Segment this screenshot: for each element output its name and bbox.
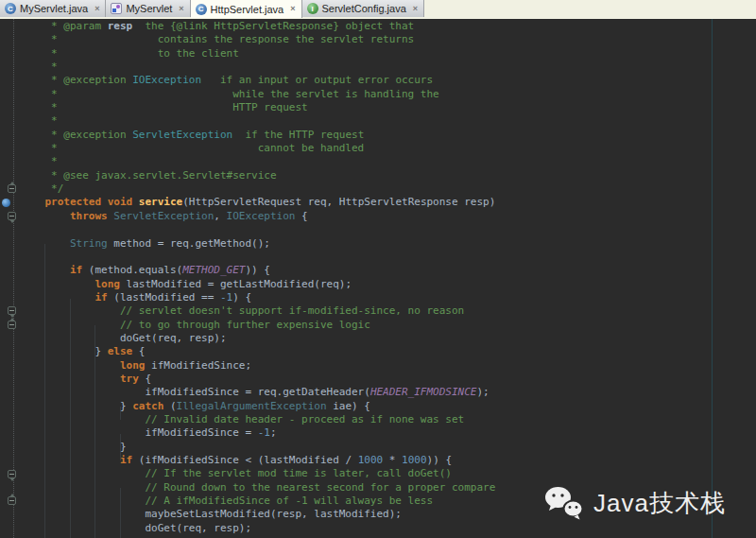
interface-icon: I [307, 3, 318, 14]
code-line: String method = req.getMethod(); [20, 237, 495, 251]
code-editor[interactable]: * @param resp the {@link HttpServletResp… [0, 19, 756, 538]
watermark-text: Java技术栈 [593, 487, 726, 520]
watermark: Java技术栈 [544, 486, 726, 520]
code-line: // If the servlet mod time is later, cal… [20, 467, 495, 480]
code-line: * @param resp the {@link HttpServletResp… [20, 20, 495, 33]
code-line: long lastModified = getLastModified(req)… [20, 278, 495, 291]
tab-httpservlet-java[interactable]: CHttpServlet.java× [191, 0, 302, 18]
code-line: * to the client [20, 47, 495, 61]
tab-close-icon[interactable]: × [413, 5, 418, 13]
code-line: protected void service(HttpServletReques… [20, 196, 495, 209]
code-line: * @exception IOException if an input or … [20, 74, 495, 87]
code-line: */ [20, 182, 495, 196]
code-line: long ifModifiedSince; [20, 359, 495, 373]
class-icon: C [196, 4, 207, 15]
tab-close-icon[interactable]: × [94, 5, 99, 13]
override-indicator-icon[interactable] [2, 199, 10, 207]
tab-label: ServletConfig.java [322, 3, 406, 14]
code-line: * [20, 114, 495, 128]
fold-up-icon[interactable] [8, 321, 16, 329]
code-area[interactable]: * @param resp the {@link HttpServletResp… [0, 19, 495, 535]
code-line: * @exception ServletException if the HTT… [20, 129, 495, 142]
code-line: * cannot be handled [20, 142, 495, 155]
code-line [20, 223, 495, 236]
fold-down-icon[interactable] [8, 470, 16, 478]
code-line: * HTTP request [20, 101, 495, 114]
code-line: } catch (IllegalArgumentException iae) { [20, 400, 495, 413]
code-line: * while the servlet is handling the [20, 88, 495, 101]
code-line: doGet(req, resp); [20, 522, 495, 535]
code-line: try { [20, 373, 495, 386]
code-line: * [20, 155, 495, 168]
code-line: * [20, 61, 495, 74]
code-line: * contains the response the servlet retu… [20, 33, 495, 46]
code-line: } else { [20, 345, 495, 358]
code-line: maybeSetLastModified(resp, lastModified)… [20, 508, 495, 521]
code-line: // Round down to the nearest second for … [20, 481, 495, 495]
tab-servletconfig-java[interactable]: IServletConfig.java× [302, 0, 425, 17]
tab-label: MyServlet.java [20, 3, 88, 14]
code-line: // to go through further expensive logic [20, 319, 495, 332]
code-line: if (lastModified == -1) { [20, 291, 495, 304]
code-line: ifModifiedSince = -1; [20, 426, 495, 440]
tab-myservlet-java[interactable]: CMyServlet.java× [0, 0, 106, 17]
fold-down-icon[interactable] [8, 212, 16, 220]
code-line: if (ifModifiedSince < (lastModified / 10… [20, 454, 495, 467]
code-line: // A ifModifiedSince of -1 will always b… [20, 495, 495, 508]
right-margin-guide [712, 19, 713, 538]
code-line: ifModifiedSince = req.getDateHeader(HEAD… [20, 386, 495, 399]
tab-close-icon[interactable]: × [179, 5, 183, 13]
code-line: doGet(req, resp); [20, 332, 495, 345]
class-icon: C [5, 3, 16, 14]
tab-close-icon[interactable]: × [290, 5, 295, 13]
code-line: * @see javax.servlet.Servlet#service [20, 169, 495, 182]
editor-tab-bar: CMyServlet.java×MyServlet×CHttpServlet.j… [0, 0, 756, 19]
wechat-icon [544, 486, 584, 520]
tab-myservlet[interactable]: MyServlet× [106, 0, 190, 17]
servlet-icon [111, 3, 122, 14]
code-line: if (method.equals(METHOD_GET)) { [20, 264, 495, 277]
tab-label: HttpServlet.java [211, 4, 284, 15]
fold-up-icon[interactable] [8, 184, 16, 193]
code-line [20, 251, 495, 264]
fold-up-icon[interactable] [8, 496, 16, 505]
code-line: // servlet doesn't support if-modified-s… [20, 304, 495, 318]
code-line: } [20, 441, 495, 454]
code-line: throws ServletException, IOException { [20, 210, 495, 223]
code-line: // Invalid date header - proceed as if n… [20, 413, 495, 426]
fold-down-icon[interactable] [8, 306, 16, 315]
tab-label: MyServlet [126, 3, 172, 14]
